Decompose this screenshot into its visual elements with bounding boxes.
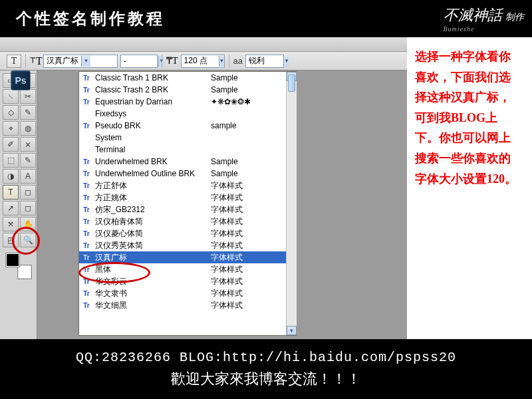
font-family-combo[interactable]: 汉真广标 ▼ — [43, 55, 118, 68]
font-list-item[interactable]: Fixedsys — [79, 108, 286, 120]
scroll-down-icon[interactable]: ▼ — [287, 326, 297, 335]
tool-button[interactable]: ✎ — [20, 153, 36, 168]
truetype-icon: Tr — [82, 157, 91, 166]
footer-welcome: 歡迎大家來我博客交流！！！ — [171, 369, 361, 389]
font-list-item[interactable]: Tr汉仪秀英体简字体样式 — [79, 239, 286, 251]
truetype-icon — [82, 145, 91, 154]
font-list-item[interactable]: Tr华文隶书字体样式 — [79, 287, 286, 299]
font-list-item[interactable]: Tr华文彩云字体样式 — [79, 275, 286, 287]
font-sample: Sample — [211, 169, 238, 178]
truetype-icon: Tr — [82, 217, 91, 226]
font-name: 方正舒体 — [95, 180, 207, 192]
tool-button[interactable]: ✎ — [20, 105, 36, 120]
font-scrollbar[interactable]: ▲ ▼ — [286, 72, 297, 335]
tool-button[interactable]: ⬚ — [3, 153, 19, 168]
font-list-item[interactable]: Tr方正舒体字体样式 — [79, 180, 286, 192]
font-list-item[interactable]: Tr黑体字体样式 — [79, 263, 286, 275]
tool-button[interactable]: ⨯ — [20, 137, 36, 152]
menu-bar[interactable] — [0, 37, 407, 52]
tool-button[interactable]: ◍ — [20, 121, 36, 136]
font-name: 汉仪菱心体简 — [95, 228, 207, 239]
main-row: T ⸆T 汉真广标 ▼ - ▼ ₸T 120 点 ▼ aa — [0, 37, 532, 339]
tool-button[interactable]: ◻ — [20, 185, 36, 200]
ps-logo-icon: Ps — [11, 70, 31, 90]
footer: QQ:28236266 BLOG:http://hi.baidu.com/psp… — [0, 339, 532, 399]
tool-button[interactable]: 🔍 — [20, 233, 36, 247]
foreground-color-swatch[interactable] — [5, 253, 20, 267]
font-list-item[interactable]: TrUnderwhelmed Outline BRKSample — [79, 168, 286, 180]
font-name: 华文彩云 — [95, 276, 207, 287]
font-list-item[interactable]: TrUnderwhelmed BRKSample — [79, 156, 286, 168]
font-dropdown[interactable]: TrClassic Trash 1 BRKSampleTrClassic Tra… — [78, 71, 297, 336]
tool-button[interactable]: ⤧ — [3, 217, 19, 231]
font-name: 华文隶书 — [95, 288, 207, 299]
chevron-down-icon[interactable]: ▼ — [219, 56, 225, 66]
font-list-item[interactable]: Tr仿宋_GB2312字体样式 — [79, 203, 286, 215]
toolbox: ▭↖⟍✂◇✎⌖◍✐⨯⬚✎◑AT◻↗◻⤧✋◰🔍 — [0, 70, 37, 339]
font-name: 汉真广标 — [95, 252, 207, 263]
header-bar: 个性签名制作教程 不滅神話 制作 Bumieshe — [0, 0, 532, 37]
tool-button[interactable]: ◰ — [3, 233, 19, 247]
font-sample: 字体样式 — [211, 288, 243, 299]
font-list-item[interactable]: TrClassic Trash 1 BRKSample — [79, 72, 286, 84]
type-tool-preset-icon[interactable]: T — [7, 55, 21, 68]
font-list-item[interactable]: System — [79, 132, 286, 144]
font-sample: Sample — [211, 85, 238, 94]
font-list-item[interactable]: Tr华文细黑字体样式 — [79, 299, 286, 311]
type-tool[interactable]: T — [3, 185, 19, 200]
font-sample: 字体样式 — [211, 276, 243, 287]
tool-button[interactable]: ✋ — [20, 217, 36, 231]
font-family-value: 汉真广标 — [47, 55, 78, 66]
truetype-icon: Tr — [82, 121, 91, 130]
font-list-item[interactable]: Tr方正姚体字体样式 — [79, 192, 286, 203]
font-list-item[interactable]: TrEquestrian by Darrian✦❋✿❀❂✱ — [79, 96, 286, 108]
font-sample: 字体样式 — [211, 180, 243, 192]
truetype-icon: Tr — [82, 229, 91, 238]
orientation-icon[interactable]: ⸆T — [30, 55, 41, 67]
font-list-item[interactable]: Terminal — [79, 144, 286, 156]
color-swatches[interactable] — [5, 253, 32, 279]
font-sample: 字体样式 — [211, 204, 243, 215]
tool-button[interactable]: ◻ — [20, 201, 36, 215]
font-name: Underwhelmed Outline BRK — [95, 169, 207, 178]
font-list-item[interactable]: TrClassic Trash 2 BRKSample — [79, 84, 286, 96]
font-name: 方正姚体 — [95, 192, 207, 203]
truetype-icon — [82, 109, 91, 118]
font-name: 汉仪秀英体简 — [95, 240, 207, 251]
font-name: Underwhelmed BRK — [95, 157, 207, 166]
font-sample: 字体样式 — [211, 300, 243, 311]
font-list-item[interactable]: Tr汉仪菱心体简字体样式 — [79, 227, 286, 239]
font-name: System — [95, 133, 207, 142]
font-list-item[interactable]: Tr汉真广标字体样式 — [79, 251, 286, 263]
tool-button[interactable]: ✐ — [3, 137, 19, 152]
separator — [162, 55, 162, 68]
font-style-combo[interactable]: - ▼ — [120, 55, 158, 68]
antialias-combo[interactable]: 锐利 ▼ — [245, 55, 284, 68]
brand-logo: 不滅神話 制作 Bumieshe — [444, 5, 525, 33]
font-name: Terminal — [95, 145, 207, 154]
font-list-item[interactable]: TrPseudo BRKsample — [79, 120, 286, 132]
truetype-icon: Tr — [82, 181, 91, 190]
tool-button[interactable]: ◑ — [3, 169, 19, 184]
tool-button[interactable]: ◇ — [3, 105, 19, 120]
font-name: 汉仪柏青体简 — [95, 216, 207, 227]
chevron-down-icon[interactable]: ▼ — [81, 56, 90, 66]
font-list[interactable]: TrClassic Trash 1 BRKSampleTrClassic Tra… — [79, 72, 286, 335]
antialias-icon: aa — [233, 56, 243, 66]
truetype-icon: Tr — [82, 301, 91, 310]
font-list-item[interactable]: Tr汉仪柏青体简字体样式 — [79, 215, 286, 227]
tool-button[interactable]: ⟍ — [3, 89, 19, 104]
truetype-icon: Tr — [82, 277, 91, 286]
tool-button[interactable]: A — [20, 169, 36, 184]
tool-button[interactable]: ✂ — [20, 89, 36, 104]
separator — [229, 55, 229, 68]
scroll-thumb[interactable] — [288, 74, 295, 92]
font-sample: Sample — [211, 157, 238, 166]
font-sample: sample — [211, 121, 237, 130]
font-size-combo[interactable]: 120 点 ▼ — [181, 55, 225, 68]
tool-button[interactable]: ⌖ — [3, 121, 19, 136]
truetype-icon — [82, 133, 91, 142]
tool-button[interactable]: ↗ — [3, 201, 19, 215]
chevron-down-icon[interactable]: ▼ — [283, 56, 289, 66]
truetype-icon: Tr — [82, 205, 91, 214]
